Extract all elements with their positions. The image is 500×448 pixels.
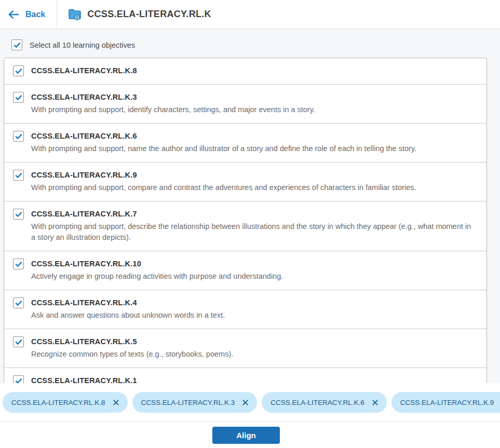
objective-code: CCSS.ELA-LITERACY.RL.K.4 bbox=[31, 297, 225, 308]
objective-row[interactable]: CCSS.ELA-LITERACY.RL.K.4 Ask and answer … bbox=[4, 290, 487, 329]
objective-description: With prompting and support, name the aut… bbox=[31, 143, 416, 154]
checkmark-icon bbox=[15, 260, 23, 268]
back-button[interactable]: Back bbox=[0, 0, 57, 29]
objective-code: CCSS.ELA-LITERACY.RL.K.9 bbox=[31, 170, 416, 180]
chip-label: CCSS.ELA-LITERACY.RL.K.3 bbox=[141, 399, 235, 406]
objective-description: Recognize common types of texts (e.g., s… bbox=[31, 349, 233, 360]
objective-text: CCSS.ELA-LITERACY.RL.K.3 With prompting … bbox=[31, 92, 315, 115]
folder-target-icon bbox=[68, 8, 82, 20]
objective-description: With prompting and support, describe the… bbox=[31, 221, 474, 243]
header: Back CCSS.ELA-LITERACY.RL.K bbox=[0, 0, 500, 29]
checkmark-icon bbox=[15, 67, 23, 75]
checkmark-icon bbox=[15, 171, 23, 180]
objective-text: CCSS.ELA-LITERACY.RL.K.10 Actively engag… bbox=[31, 259, 283, 282]
objective-text: CCSS.ELA-LITERACY.RL.K.8 bbox=[31, 65, 137, 76]
objective-code: CCSS.ELA-LITERACY.RL.K.6 bbox=[31, 131, 416, 141]
objective-checkbox[interactable] bbox=[13, 336, 24, 347]
objective-row[interactable]: CCSS.ELA-LITERACY.RL.K.5 Recognize commo… bbox=[4, 329, 487, 368]
align-standards-page: Back CCSS.ELA-LITERACY.RL.K Select all 1… bbox=[0, 0, 500, 448]
objective-code: CCSS.ELA-LITERACY.RL.K.5 bbox=[31, 336, 233, 347]
objective-checkbox[interactable] bbox=[13, 259, 24, 269]
objective-checkbox[interactable] bbox=[13, 297, 24, 308]
chip-label: CCSS.ELA-LITERACY.RL.K.6 bbox=[271, 399, 364, 406]
objective-row[interactable]: CCSS.ELA-LITERACY.RL.K.6 With prompting … bbox=[4, 123, 487, 162]
objective-checkbox[interactable] bbox=[13, 65, 24, 76]
objective-text: CCSS.ELA-LITERACY.RL.K.9 With prompting … bbox=[31, 170, 416, 193]
back-label: Back bbox=[25, 10, 45, 19]
objectives-list: CCSS.ELA-LITERACY.RL.K.8 CCSS.ELA-LITERA… bbox=[4, 58, 487, 407]
checkmark-icon bbox=[15, 210, 23, 219]
objective-code: CCSS.ELA-LITERACY.RL.K.10 bbox=[31, 259, 283, 269]
objective-description: With prompting and support, identify cha… bbox=[31, 104, 315, 115]
objective-checkbox[interactable] bbox=[13, 92, 24, 103]
objective-checkbox[interactable] bbox=[13, 131, 24, 142]
checkmark-icon bbox=[15, 299, 23, 307]
objective-row[interactable]: CCSS.ELA-LITERACY.RL.K.7 With prompting … bbox=[4, 201, 487, 251]
objective-text: CCSS.ELA-LITERACY.RL.K.4 Ask and answer … bbox=[31, 297, 225, 321]
objective-row[interactable]: CCSS.ELA-LITERACY.RL.K.9 With prompting … bbox=[4, 162, 487, 201]
objective-code: CCSS.ELA-LITERACY.RL.K.7 bbox=[31, 209, 474, 219]
objective-text: CCSS.ELA-LITERACY.RL.K.7 With prompting … bbox=[31, 209, 474, 243]
selected-standard-chip[interactable]: CCSS.ELA-LITERACY.RL.K.6 bbox=[262, 392, 387, 413]
objective-checkbox[interactable] bbox=[13, 170, 24, 181]
page-title: CCSS.ELA-LITERACY.RL.K bbox=[87, 9, 211, 20]
chip-label: CCSS.ELA-LITERACY.RL.K.9 bbox=[400, 399, 494, 406]
close-icon[interactable] bbox=[242, 400, 248, 405]
footer: CCSS.ELA-LITERACY.RL.K.8 CCSS.ELA-LITERA… bbox=[0, 383, 500, 448]
close-icon[interactable] bbox=[372, 400, 378, 405]
chip-label: CCSS.ELA-LITERACY.RL.K.8 bbox=[11, 399, 105, 406]
back-arrow-icon bbox=[8, 9, 20, 20]
objective-text: CCSS.ELA-LITERACY.RL.K.6 With prompting … bbox=[31, 131, 416, 154]
close-icon[interactable] bbox=[113, 400, 119, 405]
objective-description: Actively engage in group reading activit… bbox=[31, 271, 283, 282]
checkmark-icon bbox=[15, 338, 23, 346]
select-all-label: Select all 10 learning objectives bbox=[30, 41, 135, 49]
objective-description: With prompting and support, compare and … bbox=[31, 182, 416, 193]
objective-row[interactable]: CCSS.ELA-LITERACY.RL.K.3 With prompting … bbox=[4, 84, 487, 123]
objective-text: CCSS.ELA-LITERACY.RL.K.5 Recognize commo… bbox=[31, 336, 233, 360]
objective-code: CCSS.ELA-LITERACY.RL.K.3 bbox=[31, 92, 315, 102]
selected-standard-chip[interactable]: CCSS.ELA-LITERACY.RL.K.9 bbox=[391, 392, 500, 413]
checkmark-icon bbox=[15, 132, 23, 141]
objective-description: Ask and answer questions about unknown w… bbox=[31, 310, 225, 321]
selected-standard-chip[interactable]: CCSS.ELA-LITERACY.RL.K.8 bbox=[3, 392, 128, 413]
selected-standard-chip[interactable]: CCSS.ELA-LITERACY.RL.K.3 bbox=[132, 392, 258, 413]
title-group: CCSS.ELA-LITERACY.RL.K bbox=[57, 0, 211, 29]
align-button[interactable]: Align bbox=[212, 427, 280, 444]
align-button-bar: Align bbox=[0, 422, 500, 448]
selected-chips-bar: CCSS.ELA-LITERACY.RL.K.8 CCSS.ELA-LITERA… bbox=[0, 383, 500, 422]
select-all-checkbox[interactable] bbox=[11, 39, 22, 50]
checkmark-icon bbox=[13, 41, 21, 49]
objective-checkbox[interactable] bbox=[13, 209, 24, 220]
select-all-row[interactable]: Select all 10 learning objectives bbox=[0, 29, 500, 58]
objective-code: CCSS.ELA-LITERACY.RL.K.8 bbox=[31, 65, 137, 76]
objective-row[interactable]: CCSS.ELA-LITERACY.RL.K.10 Actively engag… bbox=[4, 251, 487, 290]
checkmark-icon bbox=[15, 93, 23, 102]
objective-row[interactable]: CCSS.ELA-LITERACY.RL.K.8 bbox=[4, 58, 487, 84]
